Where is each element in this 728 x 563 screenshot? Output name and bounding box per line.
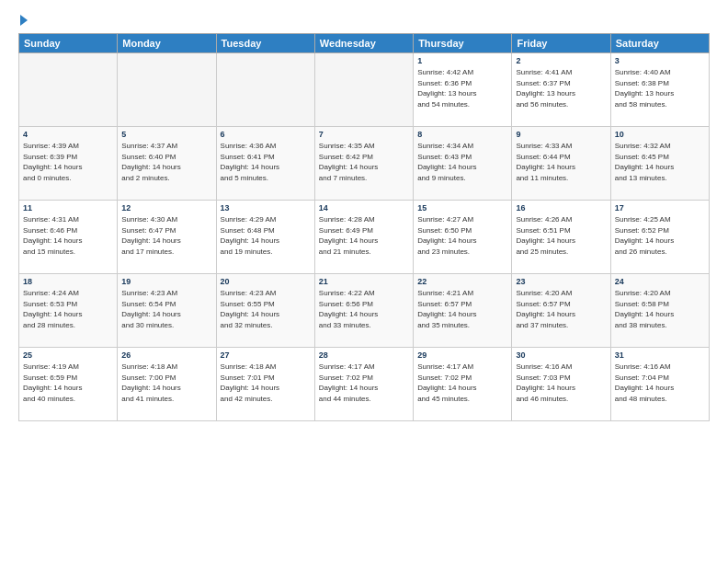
day-number: 21 <box>319 277 409 286</box>
calendar-cell <box>118 53 216 127</box>
day-info: Sunrise: 4:34 AMSunset: 6:43 PMDaylight:… <box>417 141 507 183</box>
calendar-cell: 3Sunrise: 4:40 AMSunset: 6:38 PMDaylight… <box>610 53 709 127</box>
calendar-cell: 27Sunrise: 4:18 AMSunset: 7:01 PMDayligh… <box>216 348 314 421</box>
logo <box>18 15 28 26</box>
day-info: Sunrise: 4:30 AMSunset: 6:47 PMDaylight:… <box>121 214 211 257</box>
day-number: 25 <box>23 350 113 360</box>
calendar-cell: 23Sunrise: 4:20 AMSunset: 6:57 PMDayligh… <box>512 274 610 348</box>
day-number: 19 <box>121 277 211 286</box>
day-info: Sunrise: 4:28 AMSunset: 6:49 PMDaylight:… <box>319 214 409 257</box>
day-info: Sunrise: 4:39 AMSunset: 6:39 PMDaylight:… <box>23 141 113 183</box>
day-number: 8 <box>417 130 507 139</box>
day-number: 22 <box>417 277 507 286</box>
day-info: Sunrise: 4:25 AMSunset: 6:52 PMDaylight:… <box>615 214 705 257</box>
calendar-cell: 6Sunrise: 4:36 AMSunset: 6:41 PMDaylight… <box>216 127 314 201</box>
calendar-cell: 12Sunrise: 4:30 AMSunset: 6:47 PMDayligh… <box>118 201 216 274</box>
calendar-cell: 26Sunrise: 4:18 AMSunset: 7:00 PMDayligh… <box>118 348 216 421</box>
day-number: 18 <box>23 277 113 286</box>
day-info: Sunrise: 4:37 AMSunset: 6:40 PMDaylight:… <box>121 141 211 183</box>
calendar-cell: 19Sunrise: 4:23 AMSunset: 6:54 PMDayligh… <box>118 274 216 348</box>
day-number: 1 <box>417 56 507 65</box>
calendar-cell: 14Sunrise: 4:28 AMSunset: 6:49 PMDayligh… <box>314 201 413 274</box>
calendar-cell <box>314 53 413 127</box>
calendar-header-sunday: Sunday <box>19 34 118 53</box>
calendar-cell: 29Sunrise: 4:17 AMSunset: 7:02 PMDayligh… <box>414 348 512 421</box>
day-number: 2 <box>516 56 606 65</box>
day-number: 31 <box>615 350 705 360</box>
day-info: Sunrise: 4:19 AMSunset: 6:59 PMDaylight:… <box>23 362 113 404</box>
day-info: Sunrise: 4:26 AMSunset: 6:51 PMDaylight:… <box>516 214 606 257</box>
calendar-cell: 10Sunrise: 4:32 AMSunset: 6:45 PMDayligh… <box>610 127 709 201</box>
day-info: Sunrise: 4:20 AMSunset: 6:58 PMDaylight:… <box>615 288 705 330</box>
day-number: 11 <box>23 203 113 213</box>
day-info: Sunrise: 4:40 AMSunset: 6:38 PMDaylight:… <box>615 67 705 109</box>
day-info: Sunrise: 4:29 AMSunset: 6:48 PMDaylight:… <box>221 214 311 257</box>
day-info: Sunrise: 4:41 AMSunset: 6:37 PMDaylight:… <box>516 67 606 109</box>
calendar-week-2: 4Sunrise: 4:39 AMSunset: 6:39 PMDaylight… <box>19 127 710 201</box>
day-info: Sunrise: 4:16 AMSunset: 7:04 PMDaylight:… <box>615 362 705 404</box>
day-info: Sunrise: 4:16 AMSunset: 7:03 PMDaylight:… <box>516 362 606 404</box>
day-info: Sunrise: 4:17 AMSunset: 7:02 PMDaylight:… <box>417 362 507 404</box>
calendar-cell: 15Sunrise: 4:27 AMSunset: 6:50 PMDayligh… <box>414 201 512 274</box>
calendar-week-3: 11Sunrise: 4:31 AMSunset: 6:46 PMDayligh… <box>19 201 710 274</box>
calendar-cell: 5Sunrise: 4:37 AMSunset: 6:40 PMDaylight… <box>118 127 216 201</box>
calendar-cell: 13Sunrise: 4:29 AMSunset: 6:48 PMDayligh… <box>216 201 314 274</box>
day-info: Sunrise: 4:23 AMSunset: 6:55 PMDaylight:… <box>221 288 311 330</box>
calendar-cell: 30Sunrise: 4:16 AMSunset: 7:03 PMDayligh… <box>512 348 610 421</box>
day-info: Sunrise: 4:17 AMSunset: 7:02 PMDaylight:… <box>319 362 409 404</box>
day-number: 10 <box>615 130 705 139</box>
day-number: 13 <box>221 203 311 213</box>
day-info: Sunrise: 4:22 AMSunset: 6:56 PMDaylight:… <box>319 288 409 330</box>
calendar-cell: 2Sunrise: 4:41 AMSunset: 6:37 PMDaylight… <box>512 53 610 127</box>
day-number: 3 <box>615 56 705 65</box>
calendar-cell: 21Sunrise: 4:22 AMSunset: 6:56 PMDayligh… <box>314 274 413 348</box>
day-info: Sunrise: 4:24 AMSunset: 6:53 PMDaylight:… <box>23 288 113 330</box>
calendar-cell: 25Sunrise: 4:19 AMSunset: 6:59 PMDayligh… <box>19 348 118 421</box>
calendar-cell: 7Sunrise: 4:35 AMSunset: 6:42 PMDaylight… <box>314 127 413 201</box>
calendar-cell <box>19 53 118 127</box>
calendar-week-1: 1Sunrise: 4:42 AMSunset: 6:36 PMDaylight… <box>19 53 710 127</box>
calendar-header-tuesday: Tuesday <box>216 34 314 53</box>
calendar-cell: 17Sunrise: 4:25 AMSunset: 6:52 PMDayligh… <box>610 201 709 274</box>
calendar: SundayMondayTuesdayWednesdayThursdayFrid… <box>18 33 710 421</box>
calendar-cell: 4Sunrise: 4:39 AMSunset: 6:39 PMDaylight… <box>19 127 118 201</box>
calendar-header-saturday: Saturday <box>610 34 709 53</box>
day-number: 16 <box>516 203 606 213</box>
day-number: 9 <box>516 130 606 139</box>
day-number: 17 <box>615 203 705 213</box>
day-info: Sunrise: 4:21 AMSunset: 6:57 PMDaylight:… <box>417 288 507 330</box>
calendar-header-thursday: Thursday <box>414 34 512 53</box>
day-info: Sunrise: 4:31 AMSunset: 6:46 PMDaylight:… <box>23 214 113 257</box>
calendar-cell: 24Sunrise: 4:20 AMSunset: 6:58 PMDayligh… <box>610 274 709 348</box>
day-info: Sunrise: 4:18 AMSunset: 7:01 PMDaylight:… <box>221 362 311 404</box>
day-number: 4 <box>23 130 113 139</box>
day-number: 26 <box>121 350 211 360</box>
day-info: Sunrise: 4:33 AMSunset: 6:44 PMDaylight:… <box>516 141 606 183</box>
calendar-header-row: SundayMondayTuesdayWednesdayThursdayFrid… <box>19 34 710 53</box>
day-info: Sunrise: 4:35 AMSunset: 6:42 PMDaylight:… <box>319 141 409 183</box>
calendar-cell: 28Sunrise: 4:17 AMSunset: 7:02 PMDayligh… <box>314 348 413 421</box>
day-number: 14 <box>319 203 409 213</box>
calendar-cell: 31Sunrise: 4:16 AMSunset: 7:04 PMDayligh… <box>610 348 709 421</box>
calendar-header-monday: Monday <box>118 34 216 53</box>
header <box>18 15 710 26</box>
calendar-week-4: 18Sunrise: 4:24 AMSunset: 6:53 PMDayligh… <box>19 274 710 348</box>
page: SundayMondayTuesdayWednesdayThursdayFrid… <box>0 0 728 563</box>
day-number: 24 <box>615 277 705 286</box>
day-info: Sunrise: 4:42 AMSunset: 6:36 PMDaylight:… <box>417 67 507 109</box>
calendar-cell: 18Sunrise: 4:24 AMSunset: 6:53 PMDayligh… <box>19 274 118 348</box>
day-number: 12 <box>121 203 211 213</box>
day-info: Sunrise: 4:27 AMSunset: 6:50 PMDaylight:… <box>417 214 507 257</box>
calendar-cell: 1Sunrise: 4:42 AMSunset: 6:36 PMDaylight… <box>414 53 512 127</box>
calendar-cell: 8Sunrise: 4:34 AMSunset: 6:43 PMDaylight… <box>414 127 512 201</box>
day-info: Sunrise: 4:32 AMSunset: 6:45 PMDaylight:… <box>615 141 705 183</box>
day-number: 15 <box>417 203 507 213</box>
day-number: 27 <box>221 350 311 360</box>
calendar-header-friday: Friday <box>512 34 610 53</box>
day-number: 29 <box>417 350 507 360</box>
day-number: 30 <box>516 350 606 360</box>
calendar-cell <box>216 53 314 127</box>
day-number: 5 <box>121 130 211 139</box>
calendar-cell: 16Sunrise: 4:26 AMSunset: 6:51 PMDayligh… <box>512 201 610 274</box>
day-number: 6 <box>221 130 311 139</box>
